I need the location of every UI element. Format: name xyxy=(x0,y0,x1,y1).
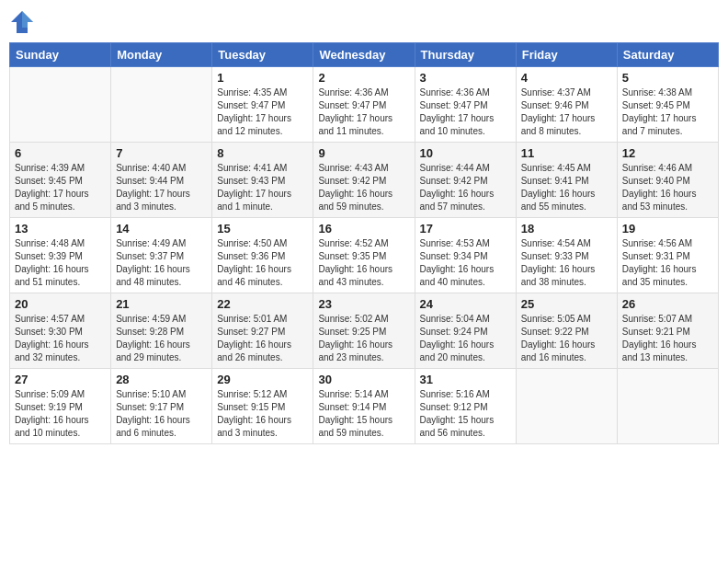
weekday-header-thursday: Thursday xyxy=(415,43,516,67)
day-number: 23 xyxy=(318,297,409,311)
svg-marker-1 xyxy=(22,11,33,28)
day-info: Sunrise: 4:46 AM Sunset: 9:40 PM Dayligh… xyxy=(622,162,713,213)
day-number: 9 xyxy=(318,146,409,160)
day-info: Sunrise: 5:07 AM Sunset: 9:21 PM Dayligh… xyxy=(622,313,713,364)
day-info: Sunrise: 4:41 AM Sunset: 9:43 PM Dayligh… xyxy=(217,162,308,213)
calendar-table: SundayMondayTuesdayWednesdayThursdayFrid… xyxy=(9,42,719,444)
week-row-3: 13Sunrise: 4:48 AM Sunset: 9:39 PM Dayli… xyxy=(10,218,719,293)
day-cell: 2Sunrise: 4:36 AM Sunset: 9:47 PM Daylig… xyxy=(313,67,415,143)
week-row-2: 6Sunrise: 4:39 AM Sunset: 9:45 PM Daylig… xyxy=(10,143,719,218)
day-cell: 3Sunrise: 4:36 AM Sunset: 9:47 PM Daylig… xyxy=(415,67,516,143)
day-info: Sunrise: 5:10 AM Sunset: 9:17 PM Dayligh… xyxy=(116,388,207,440)
day-number: 20 xyxy=(15,297,106,311)
day-cell: 17Sunrise: 4:53 AM Sunset: 9:34 PM Dayli… xyxy=(415,218,516,293)
weekday-header-wednesday: Wednesday xyxy=(313,43,415,67)
day-number: 13 xyxy=(15,222,106,236)
day-info: Sunrise: 4:59 AM Sunset: 9:28 PM Dayligh… xyxy=(116,313,207,364)
day-info: Sunrise: 4:52 AM Sunset: 9:35 PM Dayligh… xyxy=(318,237,409,289)
day-cell: 19Sunrise: 4:56 AM Sunset: 9:31 PM Dayli… xyxy=(617,218,718,293)
day-number: 16 xyxy=(318,222,409,236)
day-cell: 27Sunrise: 5:09 AM Sunset: 9:19 PM Dayli… xyxy=(10,369,111,444)
day-number: 3 xyxy=(420,71,511,85)
day-number: 7 xyxy=(116,146,207,160)
day-number: 12 xyxy=(622,146,713,160)
day-number: 17 xyxy=(420,222,511,236)
weekday-header-saturday: Saturday xyxy=(617,43,718,67)
day-number: 29 xyxy=(217,373,308,386)
day-number: 24 xyxy=(420,297,511,311)
day-info: Sunrise: 4:56 AM Sunset: 9:31 PM Dayligh… xyxy=(622,237,713,289)
day-number: 31 xyxy=(420,373,511,386)
day-cell: 23Sunrise: 5:02 AM Sunset: 9:25 PM Dayli… xyxy=(313,293,415,369)
weekday-header-sunday: Sunday xyxy=(10,43,111,67)
weekday-header-friday: Friday xyxy=(516,43,617,67)
day-cell: 30Sunrise: 5:14 AM Sunset: 9:14 PM Dayli… xyxy=(313,369,415,444)
day-number: 8 xyxy=(217,146,308,160)
day-info: Sunrise: 5:16 AM Sunset: 9:12 PM Dayligh… xyxy=(420,388,511,440)
week-row-1: 1Sunrise: 4:35 AM Sunset: 9:47 PM Daylig… xyxy=(10,67,719,143)
day-cell: 1Sunrise: 4:35 AM Sunset: 9:47 PM Daylig… xyxy=(212,67,313,143)
day-number: 6 xyxy=(15,146,106,160)
day-info: Sunrise: 4:57 AM Sunset: 9:30 PM Dayligh… xyxy=(15,313,106,364)
day-cell: 24Sunrise: 5:04 AM Sunset: 9:24 PM Dayli… xyxy=(415,293,516,369)
day-number: 25 xyxy=(521,297,612,311)
day-info: Sunrise: 4:53 AM Sunset: 9:34 PM Dayligh… xyxy=(420,237,511,289)
day-number: 15 xyxy=(217,222,308,236)
day-number: 27 xyxy=(15,373,106,386)
day-cell: 5Sunrise: 4:38 AM Sunset: 9:45 PM Daylig… xyxy=(617,67,718,143)
day-info: Sunrise: 5:01 AM Sunset: 9:27 PM Dayligh… xyxy=(217,313,308,364)
day-cell: 29Sunrise: 5:12 AM Sunset: 9:15 PM Dayli… xyxy=(212,369,313,444)
day-cell: 16Sunrise: 4:52 AM Sunset: 9:35 PM Dayli… xyxy=(313,218,415,293)
day-info: Sunrise: 4:38 AM Sunset: 9:45 PM Dayligh… xyxy=(622,86,713,138)
day-info: Sunrise: 5:02 AM Sunset: 9:25 PM Dayligh… xyxy=(318,313,409,364)
day-number: 28 xyxy=(116,373,207,386)
day-cell: 26Sunrise: 5:07 AM Sunset: 9:21 PM Dayli… xyxy=(617,293,718,369)
day-cell: 13Sunrise: 4:48 AM Sunset: 9:39 PM Dayli… xyxy=(10,218,111,293)
day-info: Sunrise: 4:44 AM Sunset: 9:42 PM Dayligh… xyxy=(420,162,511,213)
day-cell xyxy=(516,369,617,444)
day-info: Sunrise: 4:50 AM Sunset: 9:36 PM Dayligh… xyxy=(217,237,308,289)
day-info: Sunrise: 4:39 AM Sunset: 9:45 PM Dayligh… xyxy=(15,162,106,213)
day-info: Sunrise: 4:36 AM Sunset: 9:47 PM Dayligh… xyxy=(420,86,511,138)
day-info: Sunrise: 5:05 AM Sunset: 9:22 PM Dayligh… xyxy=(521,313,612,364)
day-cell: 9Sunrise: 4:43 AM Sunset: 9:42 PM Daylig… xyxy=(313,143,415,218)
day-cell: 6Sunrise: 4:39 AM Sunset: 9:45 PM Daylig… xyxy=(10,143,111,218)
day-cell xyxy=(10,67,111,143)
day-cell: 18Sunrise: 4:54 AM Sunset: 9:33 PM Dayli… xyxy=(516,218,617,293)
day-cell: 4Sunrise: 4:37 AM Sunset: 9:46 PM Daylig… xyxy=(516,67,617,143)
logo-icon xyxy=(9,9,35,35)
day-number: 14 xyxy=(116,222,207,236)
day-cell: 25Sunrise: 5:05 AM Sunset: 9:22 PM Dayli… xyxy=(516,293,617,369)
day-info: Sunrise: 5:14 AM Sunset: 9:14 PM Dayligh… xyxy=(318,388,409,440)
weekday-header-tuesday: Tuesday xyxy=(212,43,313,67)
day-info: Sunrise: 4:54 AM Sunset: 9:33 PM Dayligh… xyxy=(521,237,612,289)
day-info: Sunrise: 5:09 AM Sunset: 9:19 PM Dayligh… xyxy=(15,388,106,440)
logo xyxy=(9,9,39,35)
day-info: Sunrise: 5:12 AM Sunset: 9:15 PM Dayligh… xyxy=(217,388,308,440)
day-cell: 20Sunrise: 4:57 AM Sunset: 9:30 PM Dayli… xyxy=(10,293,111,369)
day-info: Sunrise: 4:43 AM Sunset: 9:42 PM Dayligh… xyxy=(318,162,409,213)
day-cell: 12Sunrise: 4:46 AM Sunset: 9:40 PM Dayli… xyxy=(617,143,718,218)
day-cell: 21Sunrise: 4:59 AM Sunset: 9:28 PM Dayli… xyxy=(111,293,212,369)
weekday-header-row: SundayMondayTuesdayWednesdayThursdayFrid… xyxy=(10,43,719,67)
day-cell: 14Sunrise: 4:49 AM Sunset: 9:37 PM Dayli… xyxy=(111,218,212,293)
day-cell: 15Sunrise: 4:50 AM Sunset: 9:36 PM Dayli… xyxy=(212,218,313,293)
day-info: Sunrise: 4:37 AM Sunset: 9:46 PM Dayligh… xyxy=(521,86,612,138)
day-number: 30 xyxy=(318,373,409,386)
day-info: Sunrise: 4:45 AM Sunset: 9:41 PM Dayligh… xyxy=(521,162,612,213)
day-cell: 10Sunrise: 4:44 AM Sunset: 9:42 PM Dayli… xyxy=(415,143,516,218)
day-cell xyxy=(617,369,718,444)
day-number: 4 xyxy=(521,71,612,85)
day-cell: 31Sunrise: 5:16 AM Sunset: 9:12 PM Dayli… xyxy=(415,369,516,444)
day-number: 18 xyxy=(521,222,612,236)
day-number: 21 xyxy=(116,297,207,311)
week-row-5: 27Sunrise: 5:09 AM Sunset: 9:19 PM Dayli… xyxy=(10,369,719,444)
day-info: Sunrise: 4:49 AM Sunset: 9:37 PM Dayligh… xyxy=(116,237,207,289)
day-cell xyxy=(111,67,212,143)
week-row-4: 20Sunrise: 4:57 AM Sunset: 9:30 PM Dayli… xyxy=(10,293,719,369)
day-info: Sunrise: 4:35 AM Sunset: 9:47 PM Dayligh… xyxy=(217,86,308,138)
day-info: Sunrise: 4:40 AM Sunset: 9:44 PM Dayligh… xyxy=(116,162,207,213)
day-number: 1 xyxy=(217,71,308,85)
weekday-header-monday: Monday xyxy=(111,43,212,67)
day-cell: 11Sunrise: 4:45 AM Sunset: 9:41 PM Dayli… xyxy=(516,143,617,218)
